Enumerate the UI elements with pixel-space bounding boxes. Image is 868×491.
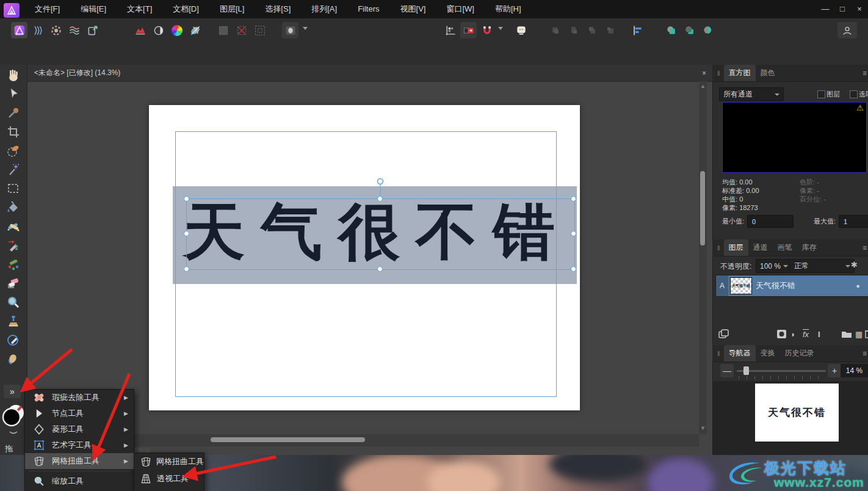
document-close-icon[interactable]: × — [702, 69, 706, 78]
move-forward-icon[interactable] — [565, 22, 582, 38]
handle-top-right[interactable] — [571, 196, 576, 202]
auto-colors-icon[interactable] — [168, 22, 185, 38]
tab-histogram[interactable]: 直方图 — [724, 65, 756, 81]
submenu-item-mesh-warp[interactable]: 网格扭曲工具 — [134, 453, 204, 470]
menu-help[interactable]: 帮助[H] — [485, 0, 532, 18]
develop-persona-icon[interactable] — [48, 22, 64, 38]
min-value-input[interactable]: 0 — [747, 215, 794, 228]
move-backward-icon[interactable] — [584, 22, 600, 38]
boolean-add-icon[interactable] — [663, 22, 679, 38]
delete-layer-icon[interactable] — [865, 329, 868, 338]
marquee-select-tool[interactable] — [5, 181, 21, 197]
tab-color[interactable]: 颜色 — [756, 65, 780, 81]
more-tools-button[interactable]: » — [4, 385, 21, 398]
handle-top-center[interactable] — [377, 196, 383, 202]
menu-item-mesh-warp-tool[interactable]: 网格扭曲工具 ▶ — [25, 453, 134, 469]
selection-fill-icon[interactable] — [215, 22, 231, 38]
deselect-icon[interactable] — [233, 22, 250, 38]
panel-menu-icon[interactable]: ≡ — [863, 349, 868, 358]
edit-all-layers-icon[interactable] — [718, 329, 730, 340]
zoom-in-button[interactable]: + — [828, 364, 841, 377]
layer-thumbnail[interactable]: 天气很不错 — [730, 277, 752, 294]
photo-persona-icon[interactable] — [11, 22, 27, 38]
tab-brushes[interactable]: 画笔 — [773, 239, 797, 256]
menu-item-node-tool[interactable]: 节点工具 ▶ — [25, 406, 134, 421]
zoom-out-button[interactable]: — — [720, 364, 734, 377]
zoom-percentage[interactable]: 14 % — [841, 364, 868, 377]
alignment-icon[interactable] — [629, 22, 645, 38]
quick-mask-icon[interactable] — [282, 22, 298, 38]
handle-mid-left[interactable] — [184, 231, 189, 236]
menu-select[interactable]: 选择[S] — [255, 0, 301, 18]
crop-tool[interactable] — [5, 124, 21, 140]
zoom-slider-thumb[interactable] — [743, 366, 749, 375]
layer-name[interactable]: 天气很不错 — [756, 280, 795, 291]
layer-row[interactable]: A 天气很不错 天气很不错 ● — [715, 275, 868, 297]
max-value-input[interactable]: 1 — [839, 215, 868, 228]
histogram-channel-select[interactable]: 所有通道 — [719, 87, 784, 101]
navigator-preview[interactable]: 天气很不错 — [755, 384, 839, 442]
invert-selection-icon[interactable] — [251, 22, 268, 38]
adjustment-layer-icon[interactable]: ◑ — [790, 330, 795, 339]
handle-bottom-right[interactable] — [571, 266, 576, 272]
zoom-slider-track[interactable] — [737, 370, 826, 372]
menu-file[interactable]: 文件[F] — [24, 0, 70, 18]
menu-view[interactable]: 视图[V] — [390, 0, 436, 18]
menu-arrange[interactable]: 排列[A] — [301, 0, 347, 18]
auto-white-balance-icon[interactable] — [187, 22, 203, 38]
move-to-back-icon[interactable] — [602, 22, 618, 38]
window-maximize-button[interactable]: □ — [834, 0, 851, 18]
menu-document[interactable]: 文档[D] — [162, 0, 209, 18]
menu-window[interactable]: 窗口[W] — [436, 0, 485, 18]
tab-layers[interactable]: 图层 — [724, 239, 748, 256]
snapping-grid-icon[interactable] — [442, 22, 458, 38]
tab-navigator[interactable]: 导航器 — [724, 345, 756, 362]
zoom-tool[interactable] — [5, 294, 21, 310]
menu-text[interactable]: 文本[T] — [117, 0, 162, 18]
snapping-magnet-icon[interactable] — [479, 22, 495, 38]
pixel-brush-tool[interactable] — [5, 256, 21, 272]
paint-brush-tool[interactable] — [5, 238, 21, 253]
force-pixel-alignment-icon[interactable] — [460, 22, 477, 38]
assistant-icon[interactable] — [513, 22, 529, 38]
live-filter-icon[interactable]: fx — [803, 330, 809, 339]
auto-levels-icon[interactable] — [132, 22, 148, 38]
scroll-up-icon[interactable]: ▲ — [700, 83, 706, 89]
eraser-tool[interactable] — [5, 275, 21, 291]
mask-layer-icon[interactable] — [776, 329, 787, 339]
blur-tool[interactable] — [5, 219, 21, 235]
boolean-subtract-icon[interactable] — [681, 22, 698, 38]
menu-item-blemish-removal[interactable]: 瑕疵去除工具 ▶ — [25, 390, 134, 406]
layer-visibility-icon[interactable]: ● — [856, 282, 860, 289]
document-tab[interactable]: <未命名> [已修改] (14.3%) — [34, 68, 120, 78]
panel-menu-icon[interactable]: ≡ — [863, 244, 868, 252]
new-group-icon[interactable] — [841, 329, 852, 338]
blend-mode-select[interactable]: 正常 — [790, 259, 855, 273]
pixel-layer-icon[interactable]: I — [818, 330, 820, 339]
clone-stamp-tool[interactable] — [5, 313, 21, 329]
selection-bounding-box[interactable] — [186, 198, 575, 270]
vertical-scrollbar-track[interactable] — [699, 81, 707, 434]
panel-menu-icon[interactable]: ≡ — [863, 69, 868, 78]
submenu-item-perspective[interactable]: 透视工具 — [134, 470, 204, 487]
new-layer-icon[interactable]: ▦ — [855, 330, 863, 339]
menu-item-zoom-tool[interactable]: 缩放工具 — [25, 473, 134, 489]
liquify-persona-icon[interactable] — [29, 22, 46, 38]
window-close-button[interactable]: × — [851, 0, 868, 18]
histogram-display[interactable]: ⚠ — [722, 102, 867, 173]
snapping-dropdown-icon[interactable] — [498, 27, 503, 30]
flood-fill-tool[interactable] — [5, 200, 21, 216]
view-hand-tool[interactable] — [5, 67, 21, 83]
flood-select-tool[interactable] — [5, 162, 21, 178]
tonemap-persona-icon[interactable] — [66, 22, 82, 38]
selection-brush-tool[interactable] — [5, 143, 21, 159]
tab-history[interactable]: 历史记录 — [780, 345, 819, 362]
menu-edit[interactable]: 编辑[E] — [70, 0, 117, 18]
move-to-front-icon[interactable] — [547, 22, 563, 38]
smudge-tool[interactable] — [5, 351, 21, 367]
fill-stroke-color-selector[interactable] — [1, 402, 27, 437]
scroll-down-icon[interactable]: ▼ — [700, 425, 706, 431]
account-icon[interactable] — [837, 22, 857, 38]
layer-settings-gear-icon[interactable]: ✱ — [851, 260, 858, 269]
move-tool[interactable] — [5, 86, 21, 102]
